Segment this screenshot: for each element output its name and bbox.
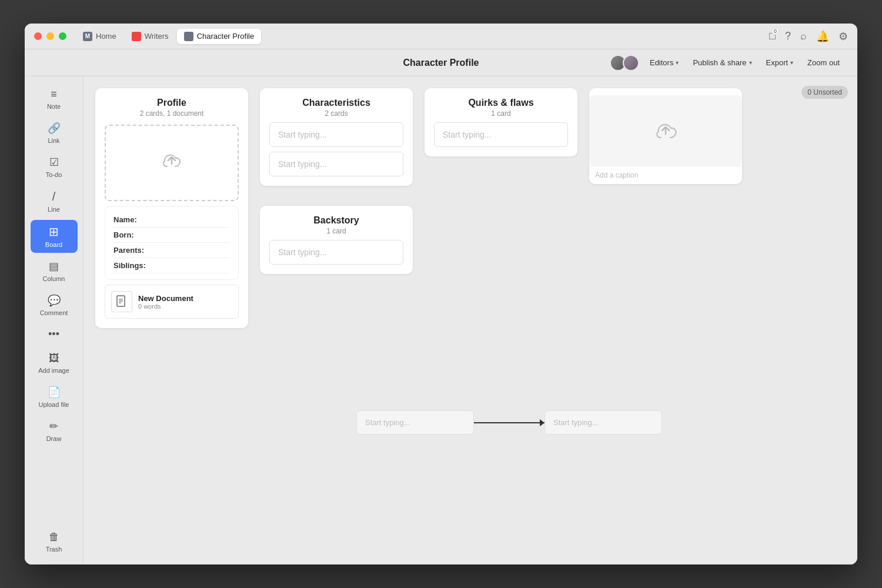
sidebar-item-comment[interactable]: 💬 Comment bbox=[31, 289, 78, 321]
editors-chevron: ▾ bbox=[676, 59, 679, 66]
zoom-out-button[interactable]: Zoom out bbox=[801, 55, 846, 70]
publish-share-label: Publish & share bbox=[693, 58, 746, 67]
profile-upload-area[interactable] bbox=[105, 125, 239, 201]
characteristics-card-title: Characteristics bbox=[269, 98, 403, 108]
new-document-item[interactable]: New Document 0 words bbox=[105, 285, 239, 319]
note-icon: ≡ bbox=[51, 88, 57, 101]
titlebar: M Home Writers Character Profile □ 0 ? ⌕… bbox=[25, 24, 857, 49]
sidebar-item-trash[interactable]: 🗑 Trash bbox=[31, 526, 78, 557]
link-icon: 🔗 bbox=[48, 122, 61, 135]
trash-icon: 🗑 bbox=[49, 531, 59, 543]
quirks-card-title: Quirks & flaws bbox=[434, 98, 568, 108]
profile-card: Profile 2 cards, 1 document Name: Born: bbox=[95, 88, 248, 328]
quirks-input[interactable]: Start typing... bbox=[434, 122, 568, 147]
backstory-card: Backstory 1 card Start typing... bbox=[260, 206, 413, 274]
doc-words: 0 words bbox=[138, 303, 193, 310]
connector-left-card[interactable]: Start typing... bbox=[356, 410, 474, 435]
traffic-lights bbox=[34, 32, 66, 40]
close-button[interactable] bbox=[34, 32, 42, 40]
profile-parents-row: Parents: bbox=[113, 243, 230, 258]
app-window: M Home Writers Character Profile □ 0 ? ⌕… bbox=[25, 24, 857, 564]
editor-avatars bbox=[610, 55, 639, 71]
help-icon[interactable]: ? bbox=[785, 30, 791, 42]
editors-label: Editors bbox=[650, 58, 673, 67]
doc-icon bbox=[111, 291, 132, 312]
sidebar-item-add-image[interactable]: 🖼 Add image bbox=[31, 348, 78, 379]
tab-writers-label: Writers bbox=[145, 32, 169, 41]
backstory-card-title: Backstory bbox=[269, 215, 403, 226]
sidebar-item-line[interactable]: / Line bbox=[31, 185, 78, 218]
settings-icon[interactable]: ⚙ bbox=[838, 30, 848, 43]
backstory-card-subtitle: 1 card bbox=[269, 227, 403, 235]
characteristics-card: Characteristics 2 cards Start typing... … bbox=[260, 88, 413, 186]
connector-right-card[interactable]: Start typing... bbox=[544, 410, 662, 435]
arrow-connector bbox=[474, 422, 544, 423]
search-icon[interactable]: ⌕ bbox=[800, 30, 807, 42]
profile-form-card: Name: Born: Parents: Siblings: bbox=[105, 206, 239, 280]
sidebar-board-label: Board bbox=[45, 241, 62, 248]
canvas: 0 Unsorted Profile 2 cards, 1 document bbox=[83, 76, 857, 564]
quirks-card: Quirks & flaws 1 card Start typing... bbox=[425, 88, 577, 156]
add-image-icon: 🖼 bbox=[49, 352, 59, 365]
sidebar-item-upload-file[interactable]: 📄 Upload file bbox=[31, 381, 78, 413]
tab-home[interactable]: M Home bbox=[76, 29, 123, 44]
connector: Start typing... Start typing... bbox=[356, 410, 662, 435]
toolbar-right: Editors ▾ Publish & share ▾ Export ▾ Zoo… bbox=[610, 55, 846, 71]
profile-born-row: Born: bbox=[113, 228, 230, 243]
board-area: Profile 2 cards, 1 document Name: Born: bbox=[95, 88, 846, 500]
column-icon: ▤ bbox=[49, 260, 59, 273]
sidebar-todo-label: To-do bbox=[46, 171, 62, 178]
sidebar-item-link[interactable]: 🔗 Link bbox=[31, 117, 78, 149]
tab-home-label: Home bbox=[96, 32, 116, 41]
sidebar-comment-label: Comment bbox=[40, 309, 68, 316]
profile-card-subtitle: 2 cards, 1 document bbox=[105, 109, 239, 118]
upload-file-icon: 📄 bbox=[48, 386, 61, 399]
characteristics-input-1[interactable]: Start typing... bbox=[269, 122, 403, 147]
publish-share-chevron: ▾ bbox=[749, 59, 752, 66]
character-profile-tab-icon bbox=[184, 32, 193, 41]
sidebar-item-note[interactable]: ≡ Note bbox=[31, 83, 78, 115]
sidebar-item-todo[interactable]: ☑ To-do bbox=[31, 151, 78, 183]
tab-character-profile[interactable]: Character Profile bbox=[177, 29, 262, 44]
sidebar-item-board[interactable]: ⊞ Board bbox=[31, 220, 78, 253]
tab-writers[interactable]: Writers bbox=[125, 29, 176, 44]
sidebar-column-label: Column bbox=[43, 275, 65, 282]
image-upload-area[interactable] bbox=[589, 95, 742, 166]
characteristics-card-subtitle: 2 cards bbox=[269, 109, 403, 118]
tab-character-profile-label: Character Profile bbox=[197, 32, 255, 41]
minimize-button[interactable] bbox=[46, 32, 54, 40]
avatar-2 bbox=[623, 55, 639, 71]
export-label: Export bbox=[766, 58, 789, 67]
backstory-input[interactable]: Start typing... bbox=[269, 240, 403, 265]
publish-share-button[interactable]: Publish & share ▾ bbox=[687, 55, 757, 70]
writers-tab-icon bbox=[132, 32, 141, 41]
device-icon[interactable]: □ 0 bbox=[769, 30, 776, 42]
sidebar-note-label: Note bbox=[47, 103, 61, 110]
sidebar-link-label: Link bbox=[48, 137, 59, 144]
titlebar-actions: □ 0 ? ⌕ 🔔 ⚙ bbox=[769, 30, 848, 43]
sidebar-item-draw[interactable]: ✏ Draw bbox=[31, 415, 78, 447]
draw-icon: ✏ bbox=[49, 420, 58, 433]
quirks-card-subtitle: 1 card bbox=[434, 109, 568, 118]
export-chevron: ▾ bbox=[790, 59, 793, 66]
profile-card-title: Profile bbox=[105, 98, 239, 108]
sidebar-item-column[interactable]: ▤ Column bbox=[31, 255, 78, 287]
tab-bar: M Home Writers Character Profile bbox=[76, 29, 261, 44]
upload-cloud-icon bbox=[158, 146, 186, 179]
main-layout: ≡ Note 🔗 Link ☑ To-do / Line ⊞ Board ▤ C… bbox=[25, 76, 857, 564]
sidebar-upload-file-label: Upload file bbox=[39, 401, 69, 408]
sidebar: ≡ Note 🔗 Link ☑ To-do / Line ⊞ Board ▤ C… bbox=[25, 76, 83, 564]
sidebar-line-label: Line bbox=[48, 206, 60, 213]
notifications-icon[interactable]: 🔔 bbox=[816, 30, 829, 43]
maximize-button[interactable] bbox=[59, 32, 66, 40]
profile-siblings-row: Siblings: bbox=[113, 258, 230, 273]
profile-name-row: Name: bbox=[113, 212, 230, 228]
page-title: Character Profile bbox=[403, 58, 479, 68]
comment-icon: 💬 bbox=[48, 294, 61, 307]
image-caption[interactable]: Add a caption bbox=[589, 166, 742, 184]
export-button[interactable]: Export ▾ bbox=[760, 55, 800, 70]
editors-button[interactable]: Editors ▾ bbox=[644, 55, 684, 70]
sidebar-item-more[interactable]: ••• bbox=[31, 323, 78, 345]
characteristics-input-2[interactable]: Start typing... bbox=[269, 152, 403, 176]
sidebar-trash-label: Trash bbox=[46, 546, 62, 553]
